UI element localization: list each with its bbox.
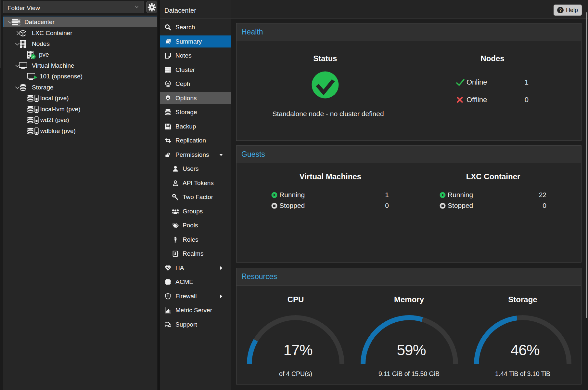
svg-text:?: ?	[559, 7, 562, 13]
